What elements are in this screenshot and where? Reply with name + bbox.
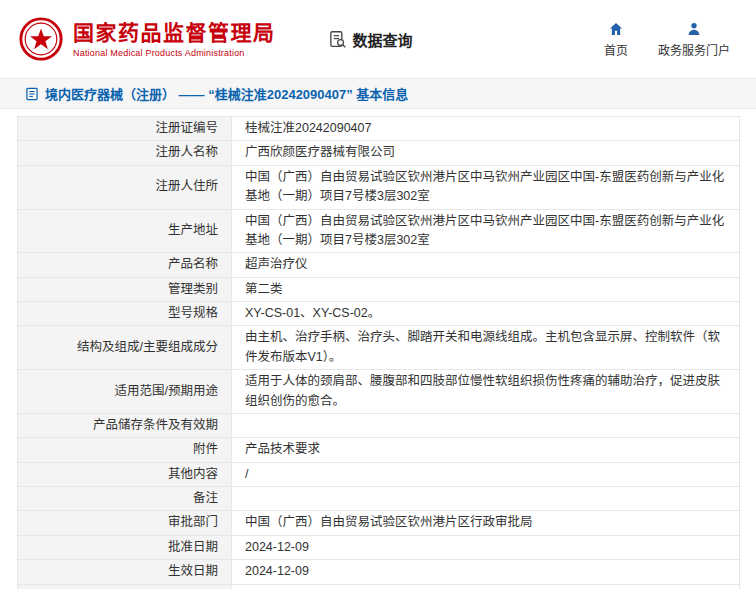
row-label: 有效期至 <box>18 584 232 589</box>
row-value <box>232 413 740 437</box>
header-nav: 首页 政务服务门户 <box>604 21 742 58</box>
table-row: 注册人名称 广西欣颜医疗器械有限公司 <box>18 141 740 165</box>
breadcrumb-bar: 境内医疗器械（注册） —— “桂械注准20242090407” 基本信息 <box>0 78 756 109</box>
row-value <box>232 487 740 511</box>
page-title: 境内医疗器械（注册） —— “桂械注准20242090407” 基本信息 <box>45 84 408 103</box>
row-value: 2029-12-08 <box>232 584 740 589</box>
table-row: 生产地址 中国（广西）自由贸易试验区钦州港片区中马钦州产业园区中国-东盟医药创新… <box>18 209 740 253</box>
nav-portal[interactable]: 政务服务门户 <box>658 21 730 58</box>
table-row: 产品储存条件及有效期 <box>18 413 740 437</box>
row-label: 产品名称 <box>18 253 232 277</box>
table-row: 产品名称 超声治疗仪 <box>18 253 740 277</box>
table-row: 其他内容 / <box>18 462 740 486</box>
table-row: 管理类别 第二类 <box>18 277 740 301</box>
table-row: 批准日期 2024-12-09 <box>18 535 740 559</box>
row-label: 适用范围/预期用途 <box>18 370 232 414</box>
table-row: 生效日期 2024-12-09 <box>18 560 740 584</box>
data-query-icon <box>328 30 347 49</box>
row-label: 型号规格 <box>18 302 232 326</box>
org-name-block: 国家药品监督管理局 National Medical Products Admi… <box>73 20 276 58</box>
row-value: 中国（广西）自由贸易试验区钦州港片区中马钦州产业园区中国-东盟医药创新与产业化基… <box>232 209 740 253</box>
row-label: 注册人住所 <box>18 165 232 209</box>
row-value: 适用于人体的颈肩部、腰腹部和四肢部位慢性软组织损伤性疼痛的辅助治疗，促进皮肤组织… <box>232 370 740 414</box>
row-label: 生效日期 <box>18 560 232 584</box>
row-label: 附件 <box>18 438 232 462</box>
table-row: 结构及组成/主要组成成分 由主机、治疗手柄、治疗头、脚踏开关和电源线组成。主机包… <box>18 326 740 370</box>
org-name-en: National Medical Products Administration <box>73 48 276 58</box>
table-row: 注册人住所 中国（广西）自由贸易试验区钦州港片区中马钦州产业园区中国-东盟医药创… <box>18 165 740 209</box>
row-label: 注册证编号 <box>18 117 232 141</box>
table-row: 附件 产品技术要求 <box>18 438 740 462</box>
row-value: / <box>232 462 740 486</box>
row-label: 注册人名称 <box>18 141 232 165</box>
table-row: 型号规格 XY-CS-01、XY-CS-02。 <box>18 302 740 326</box>
table-row: 注册证编号 桂械注准20242090407 <box>18 117 740 141</box>
site-header: 国家药品监督管理局 National Medical Products Admi… <box>0 0 756 78</box>
data-query-section: 数据查询 <box>328 29 413 50</box>
row-value: 超声治疗仪 <box>232 253 740 277</box>
row-value: XY-CS-01、XY-CS-02。 <box>232 302 740 326</box>
row-label: 其他内容 <box>18 462 232 486</box>
nav-portal-label: 政务服务门户 <box>658 41 730 58</box>
table-row: 有效期至 2029-12-08 <box>18 584 740 589</box>
main-content: 注册证编号 桂械注准20242090407 注册人名称 广西欣颜医疗器械有限公司… <box>0 109 756 589</box>
document-icon <box>25 87 39 101</box>
row-label: 结构及组成/主要组成成分 <box>18 326 232 370</box>
table-row: 审批部门 中国（广西）自由贸易试验区钦州港片区行政审批局 <box>18 511 740 535</box>
row-value: 中国（广西）自由贸易试验区钦州港片区中马钦州产业园区中国-东盟医药创新与产业化基… <box>232 165 740 209</box>
row-label: 产品储存条件及有效期 <box>18 413 232 437</box>
row-value: 桂械注准20242090407 <box>232 117 740 141</box>
nav-home-label: 首页 <box>604 41 628 58</box>
row-value: 第二类 <box>232 277 740 301</box>
user-icon <box>686 21 702 37</box>
row-label: 管理类别 <box>18 277 232 301</box>
row-value: 2024-12-09 <box>232 535 740 559</box>
row-label: 备注 <box>18 487 232 511</box>
nmpa-emblem-icon <box>18 16 64 62</box>
table-row: 备注 <box>18 487 740 511</box>
row-label: 批准日期 <box>18 535 232 559</box>
row-value: 2024-12-09 <box>232 560 740 584</box>
row-value: 由主机、治疗手柄、治疗头、脚踏开关和电源线组成。主机包含显示屏、控制软件（软件发… <box>232 326 740 370</box>
org-name-cn: 国家药品监督管理局 <box>73 20 276 45</box>
registration-info-table: 注册证编号 桂械注准20242090407 注册人名称 广西欣颜医疗器械有限公司… <box>17 116 740 589</box>
row-label: 生产地址 <box>18 209 232 253</box>
row-value: 广西欣颜医疗器械有限公司 <box>232 141 740 165</box>
row-label: 审批部门 <box>18 511 232 535</box>
table-row: 适用范围/预期用途 适用于人体的颈肩部、腰腹部和四肢部位慢性软组织损伤性疼痛的辅… <box>18 370 740 414</box>
row-value: 产品技术要求 <box>232 438 740 462</box>
home-icon <box>608 21 624 37</box>
data-query-label: 数据查询 <box>353 29 413 50</box>
nav-home[interactable]: 首页 <box>604 21 628 58</box>
row-value: 中国（广西）自由贸易试验区钦州港片区行政审批局 <box>232 511 740 535</box>
